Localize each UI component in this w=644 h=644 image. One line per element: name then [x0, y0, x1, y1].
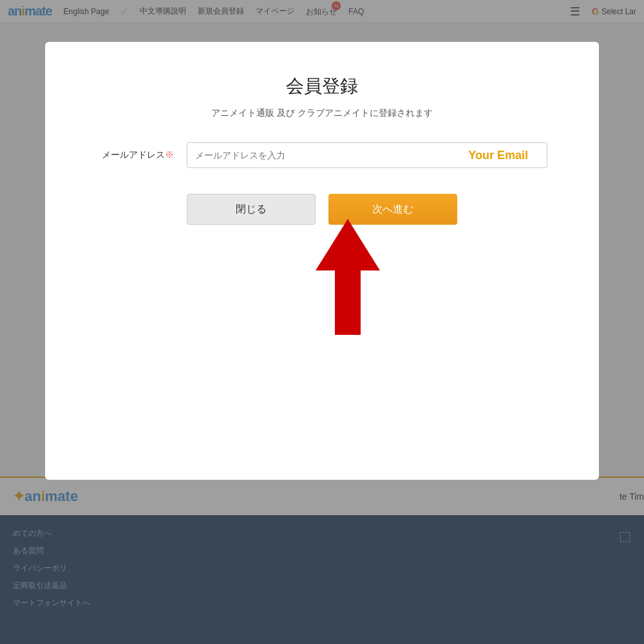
next-button[interactable]: 次へ進む	[328, 194, 457, 225]
close-button[interactable]: 閉じる	[187, 194, 316, 225]
modal-title: 会員登録	[286, 74, 358, 99]
modal-buttons: 閉じる 次へ進む	[71, 194, 573, 225]
email-label-text: メールアドレス	[102, 149, 165, 160]
email-input-wrapper: Your Email	[187, 142, 547, 168]
email-label: メールアドレス※	[97, 149, 174, 161]
modal-subtitle: アニメイト通販 及び クラブアニメイトに登録されます	[211, 108, 433, 119]
email-input[interactable]	[187, 142, 547, 168]
email-form-row: メールアドレス※ Your Email	[71, 142, 573, 168]
required-mark: ※	[165, 149, 174, 160]
registration-modal: 会員登録 アニメイト通販 及び クラブアニメイトに登録されます メールアドレス※…	[45, 42, 599, 480]
